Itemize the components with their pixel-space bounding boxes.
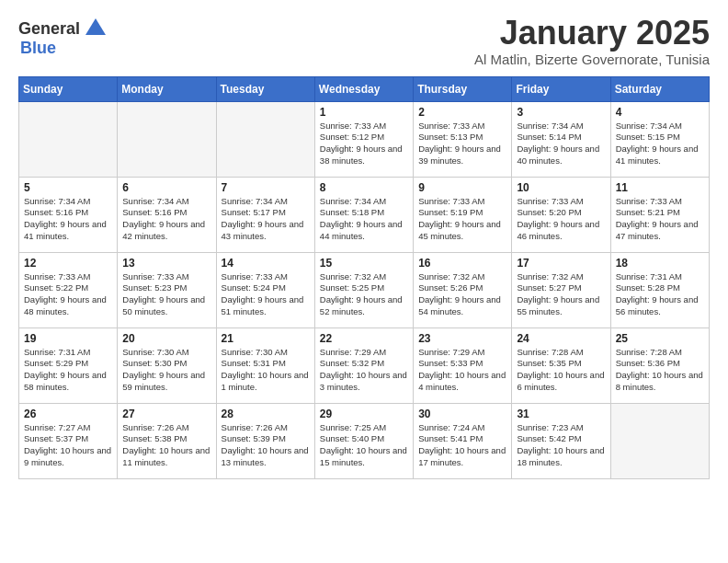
day-details: Sunrise: 7:34 AM Sunset: 5:16 PM Dayligh… (122, 196, 210, 243)
table-row: 30Sunrise: 7:24 AM Sunset: 5:41 PM Dayli… (414, 403, 512, 478)
day-details: Sunrise: 7:32 AM Sunset: 5:25 PM Dayligh… (320, 271, 408, 318)
day-number: 6 (122, 181, 210, 194)
day-number: 17 (517, 257, 605, 270)
day-details: Sunrise: 7:26 AM Sunset: 5:38 PM Dayligh… (122, 422, 210, 469)
day-details: Sunrise: 7:28 AM Sunset: 5:35 PM Dayligh… (517, 347, 605, 394)
table-row: 14Sunrise: 7:33 AM Sunset: 5:24 PM Dayli… (216, 252, 314, 327)
day-details: Sunrise: 7:30 AM Sunset: 5:31 PM Dayligh… (222, 347, 310, 394)
logo: General Blue (18, 15, 109, 58)
table-row: 23Sunrise: 7:29 AM Sunset: 5:33 PM Dayli… (414, 327, 512, 403)
table-row: 17Sunrise: 7:32 AM Sunset: 5:27 PM Dayli… (512, 252, 610, 327)
day-number: 20 (122, 332, 210, 345)
table-row: 31Sunrise: 7:23 AM Sunset: 5:42 PM Dayli… (512, 403, 610, 478)
day-number: 7 (222, 181, 310, 194)
day-details: Sunrise: 7:33 AM Sunset: 5:24 PM Dayligh… (222, 271, 310, 318)
svg-marker-0 (85, 18, 106, 35)
day-details: Sunrise: 7:25 AM Sunset: 5:40 PM Dayligh… (320, 422, 408, 469)
day-number: 25 (616, 332, 704, 345)
logo-blue-text: Blue (20, 39, 56, 57)
day-number: 9 (418, 181, 506, 194)
day-details: Sunrise: 7:34 AM Sunset: 5:14 PM Dayligh… (517, 121, 605, 167)
table-row: 28Sunrise: 7:26 AM Sunset: 5:39 PM Dayli… (216, 403, 314, 478)
day-details: Sunrise: 7:34 AM Sunset: 5:18 PM Dayligh… (320, 196, 408, 243)
day-number: 3 (517, 106, 605, 119)
table-row: 1Sunrise: 7:33 AM Sunset: 5:12 PM Daylig… (314, 101, 413, 177)
day-number: 14 (222, 257, 310, 270)
table-row: 11Sunrise: 7:33 AM Sunset: 5:21 PM Dayli… (610, 177, 709, 252)
table-row: 3Sunrise: 7:34 AM Sunset: 5:14 PM Daylig… (512, 101, 610, 177)
day-details: Sunrise: 7:32 AM Sunset: 5:27 PM Dayligh… (517, 271, 605, 318)
day-number: 29 (320, 408, 408, 420)
page-container: General Blue January 2025 Al Matlin, Biz… (0, 0, 728, 488)
day-details: Sunrise: 7:31 AM Sunset: 5:29 PM Dayligh… (24, 347, 112, 394)
day-details: Sunrise: 7:29 AM Sunset: 5:33 PM Dayligh… (418, 347, 506, 394)
col-wednesday: Wednesday (314, 76, 413, 101)
day-number: 11 (616, 181, 704, 194)
logo-wordmark: General Blue (18, 15, 109, 58)
day-details: Sunrise: 7:33 AM Sunset: 5:23 PM Dayligh… (122, 271, 210, 318)
day-number: 12 (24, 257, 112, 270)
table-row: 22Sunrise: 7:29 AM Sunset: 5:32 PM Dayli… (314, 327, 413, 403)
table-row: 13Sunrise: 7:33 AM Sunset: 5:23 PM Dayli… (118, 252, 216, 327)
day-details: Sunrise: 7:27 AM Sunset: 5:37 PM Dayligh… (24, 422, 112, 469)
table-row: 27Sunrise: 7:26 AM Sunset: 5:38 PM Dayli… (118, 403, 216, 478)
calendar-week-row: 19Sunrise: 7:31 AM Sunset: 5:29 PM Dayli… (19, 327, 710, 403)
day-details: Sunrise: 7:32 AM Sunset: 5:26 PM Dayligh… (418, 271, 506, 318)
table-row (19, 101, 118, 177)
day-number: 10 (517, 181, 605, 194)
table-row: 16Sunrise: 7:32 AM Sunset: 5:26 PM Dayli… (414, 252, 512, 327)
day-details: Sunrise: 7:33 AM Sunset: 5:19 PM Dayligh… (418, 196, 506, 243)
table-row: 26Sunrise: 7:27 AM Sunset: 5:37 PM Dayli… (19, 403, 118, 478)
calendar-table: Sunday Monday Tuesday Wednesday Thursday… (18, 76, 710, 479)
col-thursday: Thursday (414, 76, 512, 101)
day-number: 19 (24, 332, 112, 345)
day-details: Sunrise: 7:34 AM Sunset: 5:17 PM Dayligh… (222, 196, 310, 243)
table-row (118, 101, 216, 177)
table-row: 2Sunrise: 7:33 AM Sunset: 5:13 PM Daylig… (414, 101, 512, 177)
logo-icon (82, 15, 109, 42)
table-row: 6Sunrise: 7:34 AM Sunset: 5:16 PM Daylig… (118, 177, 216, 252)
calendar-title: January 2025 (474, 15, 710, 52)
table-row (610, 403, 709, 478)
table-row: 21Sunrise: 7:30 AM Sunset: 5:31 PM Dayli… (216, 327, 314, 403)
day-details: Sunrise: 7:34 AM Sunset: 5:15 PM Dayligh… (616, 121, 704, 167)
table-row: 10Sunrise: 7:33 AM Sunset: 5:20 PM Dayli… (512, 177, 610, 252)
day-details: Sunrise: 7:34 AM Sunset: 5:16 PM Dayligh… (24, 196, 112, 243)
title-block: January 2025 Al Matlin, Bizerte Governor… (474, 15, 710, 67)
day-details: Sunrise: 7:33 AM Sunset: 5:12 PM Dayligh… (320, 121, 408, 167)
col-sunday: Sunday (19, 76, 118, 101)
day-number: 24 (517, 332, 605, 345)
day-number: 8 (320, 181, 408, 194)
day-details: Sunrise: 7:33 AM Sunset: 5:20 PM Dayligh… (517, 196, 605, 243)
day-details: Sunrise: 7:28 AM Sunset: 5:36 PM Dayligh… (616, 347, 704, 394)
table-row: 15Sunrise: 7:32 AM Sunset: 5:25 PM Dayli… (314, 252, 413, 327)
col-tuesday: Tuesday (216, 76, 314, 101)
table-row: 24Sunrise: 7:28 AM Sunset: 5:35 PM Dayli… (512, 327, 610, 403)
calendar-week-row: 12Sunrise: 7:33 AM Sunset: 5:22 PM Dayli… (19, 252, 710, 327)
calendar-header-row: Sunday Monday Tuesday Wednesday Thursday… (19, 76, 710, 101)
table-row: 29Sunrise: 7:25 AM Sunset: 5:40 PM Dayli… (314, 403, 413, 478)
table-row: 25Sunrise: 7:28 AM Sunset: 5:36 PM Dayli… (610, 327, 709, 403)
header: General Blue January 2025 Al Matlin, Biz… (18, 15, 710, 67)
day-number: 18 (616, 257, 704, 270)
table-row: 5Sunrise: 7:34 AM Sunset: 5:16 PM Daylig… (19, 177, 118, 252)
day-details: Sunrise: 7:33 AM Sunset: 5:22 PM Dayligh… (24, 271, 112, 318)
day-details: Sunrise: 7:33 AM Sunset: 5:13 PM Dayligh… (418, 121, 506, 167)
day-details: Sunrise: 7:29 AM Sunset: 5:32 PM Dayligh… (320, 347, 408, 394)
day-number: 16 (418, 257, 506, 270)
calendar-week-row: 5Sunrise: 7:34 AM Sunset: 5:16 PM Daylig… (19, 177, 710, 252)
table-row: 12Sunrise: 7:33 AM Sunset: 5:22 PM Dayli… (19, 252, 118, 327)
day-number: 28 (222, 408, 310, 420)
table-row: 9Sunrise: 7:33 AM Sunset: 5:19 PM Daylig… (414, 177, 512, 252)
calendar-subtitle: Al Matlin, Bizerte Governorate, Tunisia (474, 52, 710, 67)
day-details: Sunrise: 7:26 AM Sunset: 5:39 PM Dayligh… (222, 422, 310, 469)
calendar-week-row: 26Sunrise: 7:27 AM Sunset: 5:37 PM Dayli… (19, 403, 710, 478)
col-monday: Monday (118, 76, 216, 101)
day-number: 22 (320, 332, 408, 345)
col-friday: Friday (512, 76, 610, 101)
day-number: 15 (320, 257, 408, 270)
day-details: Sunrise: 7:31 AM Sunset: 5:28 PM Dayligh… (616, 271, 704, 318)
table-row: 19Sunrise: 7:31 AM Sunset: 5:29 PM Dayli… (19, 327, 118, 403)
day-number: 21 (222, 332, 310, 345)
day-details: Sunrise: 7:30 AM Sunset: 5:30 PM Dayligh… (122, 347, 210, 394)
